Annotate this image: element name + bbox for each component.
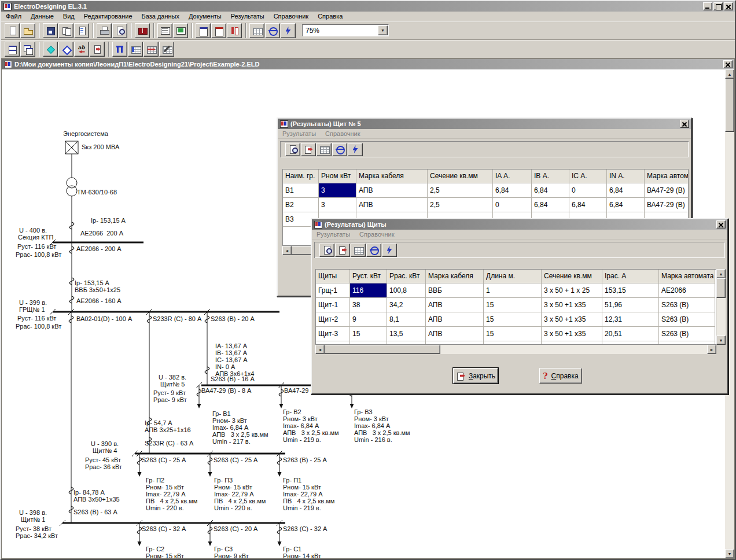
table-row-3[interactable]: Щит-31513,5АПВ153 х 50 +1 х3520,51S263 (…: [316, 327, 716, 341]
main-titlebar[interactable]: ElectroDesigning EL.3.1: [1, 1, 735, 12]
diamond-cyan-button[interactable]: [43, 42, 58, 57]
table-row-1[interactable]: В23АПВ2,506,846,846,84ВА47-29 (В): [283, 198, 688, 212]
table-button[interactable]: [249, 23, 264, 38]
column-header-8[interactable]: Марка автомат: [645, 170, 689, 183]
panels-scroll-down-icon[interactable]: [716, 336, 726, 345]
table-cell[interactable]: Грщ-1: [316, 283, 350, 298]
column-header-6[interactable]: IC А.: [569, 170, 607, 183]
panels-scroll-left-icon[interactable]: [315, 345, 325, 354]
dialog-panels[interactable]: (Результаты) Щиты РузультатыСправочник Щ…: [311, 218, 728, 395]
theta-button[interactable]: [366, 244, 381, 257]
table-row-1[interactable]: Щит-13834,2АПВ153 х 50 +1 х3551,96S263 (…: [316, 298, 716, 312]
menu-item-0[interactable]: Файл: [1, 12, 26, 21]
zoom-combobox[interactable]: 75%: [302, 24, 389, 36]
table-cell[interactable]: АПВ: [426, 327, 484, 341]
table-cell[interactable]: 3 х 50 +1 х35: [542, 312, 602, 327]
table-cell[interactable]: 0: [569, 183, 607, 198]
menu-item-3[interactable]: Редактирование: [79, 12, 137, 21]
screen-play-button[interactable]: [173, 23, 188, 38]
table-button[interactable]: [317, 143, 332, 156]
preview-button[interactable]: [112, 23, 127, 38]
table-cell[interactable]: S263 (В): [659, 327, 715, 341]
table-cell[interactable]: 3 х 50 + 1 х 25: [542, 283, 602, 298]
table-cell[interactable]: 3 х 50 +1 х35: [542, 298, 602, 312]
menu-item-1[interactable]: Данные: [26, 12, 58, 21]
lightning-button[interactable]: [281, 23, 296, 38]
column-header-0[interactable]: Наим. гр.: [283, 170, 319, 183]
cascade-button[interactable]: [20, 42, 35, 57]
theta-button[interactable]: [332, 143, 347, 156]
diamond-blue-button[interactable]: [58, 42, 73, 57]
table-cell[interactable]: 6,84: [532, 198, 569, 212]
dialog-panel5-close-button[interactable]: [680, 120, 689, 128]
table-cell[interactable]: 6,84: [569, 198, 607, 212]
new-button[interactable]: [5, 23, 20, 38]
screen-button[interactable]: [157, 23, 172, 38]
lightning-button[interactable]: [382, 244, 397, 257]
column-header-4[interactable]: IA А.: [493, 170, 532, 183]
column-header-5[interactable]: Сечение кв.мм: [542, 270, 602, 283]
scroll-down-icon[interactable]: [725, 549, 734, 558]
preview-button[interactable]: [319, 244, 334, 257]
table-cell[interactable]: 38: [350, 298, 387, 312]
column-header-0[interactable]: Щиты: [316, 270, 350, 283]
table-edit-button[interactable]: [128, 42, 143, 57]
table-cell[interactable]: 1: [484, 283, 542, 298]
table-cell[interactable]: 20,51: [602, 327, 659, 341]
table-cell[interactable]: 6,84: [607, 183, 645, 198]
table-cell[interactable]: 6,84: [493, 183, 532, 198]
table-cell[interactable]: Щит-1: [316, 298, 350, 312]
bars-red-button[interactable]: [227, 23, 242, 38]
table-cell[interactable]: 34,2: [387, 298, 426, 312]
exit-button[interactable]: [301, 143, 316, 156]
table-del-button[interactable]: [143, 42, 159, 57]
table-cell[interactable]: АПВ: [426, 312, 484, 327]
table-cell[interactable]: 9: [350, 312, 387, 327]
table-row-2[interactable]: Щит-298,1АПВ153 х 50 +1 х3512,31S263 (В): [316, 312, 716, 327]
column-header-4[interactable]: Длина м.: [484, 270, 542, 283]
pages-button[interactable]: [58, 23, 73, 38]
menu-item-4[interactable]: База данных: [137, 12, 185, 21]
table-cell[interactable]: 6,84: [532, 183, 569, 198]
table-cell[interactable]: АПВ: [356, 198, 428, 212]
column-header-6[interactable]: Iрас. А: [602, 270, 659, 283]
open-button[interactable]: [20, 23, 35, 38]
table-cell[interactable]: 51,96: [602, 298, 659, 312]
table-cell[interactable]: ВВБ: [426, 283, 484, 298]
menu-item-2[interactable]: Вид: [58, 12, 79, 21]
preview-button[interactable]: [285, 143, 300, 156]
table-cell[interactable]: 3: [319, 198, 356, 212]
exit-button[interactable]: [335, 244, 350, 257]
table-cell[interactable]: 15: [484, 312, 542, 327]
table-cell[interactable]: 15: [484, 327, 542, 341]
column-header-5[interactable]: IB А.: [532, 170, 569, 183]
table-cell[interactable]: 13,5: [387, 327, 426, 341]
table-cell[interactable]: ВА47-29 (В): [645, 183, 689, 198]
column-header-1[interactable]: Руст. кВт: [350, 270, 387, 283]
print-button[interactable]: [97, 23, 112, 38]
table-cell[interactable]: 3 х 50 +1 х35: [542, 327, 602, 341]
scroll-left-icon[interactable]: [282, 246, 292, 255]
menu-item-0[interactable]: Рузультаты: [312, 230, 355, 239]
table-cell[interactable]: 8,1: [387, 312, 426, 327]
mdi-titlebar[interactable]: D:\Мои документы копия\ЛеонидП1\ElectroD…: [2, 59, 734, 69]
panels-vscrollbar[interactable]: [716, 269, 726, 345]
table-cell[interactable]: Щит-2: [316, 312, 350, 327]
help-button[interactable]: ? Справка: [539, 368, 582, 384]
table-cell[interactable]: АПВ: [356, 183, 428, 198]
menu-item-1[interactable]: Справочник: [321, 129, 365, 138]
table-cell[interactable]: 2,5: [428, 183, 493, 198]
dialog-panels-titlebar[interactable]: (Результаты) Щиты: [312, 219, 727, 230]
book-button[interactable]: [135, 23, 150, 38]
table-pencil-button[interactable]: [159, 42, 174, 57]
panels-scroll-right-icon[interactable]: [707, 345, 716, 354]
page-arrows-button[interactable]: [90, 42, 105, 57]
minimize-button[interactable]: [703, 2, 712, 10]
table-cell[interactable]: 12,31: [602, 312, 659, 327]
dialog-panels-close-button[interactable]: [716, 220, 726, 229]
table-cell[interactable]: 15: [484, 298, 542, 312]
dialog-panel5-titlebar[interactable]: (Результаты) Щит № 5: [278, 119, 691, 129]
table-row-0[interactable]: Грщ-1116100,8ВВБ13 х 50 + 1 х 25153,15АЕ…: [316, 283, 716, 298]
table-cell[interactable]: АПВ: [426, 298, 484, 312]
table-row-0[interactable]: В13АПВ2,56,846,8406,84ВА47-29 (В): [283, 183, 688, 198]
